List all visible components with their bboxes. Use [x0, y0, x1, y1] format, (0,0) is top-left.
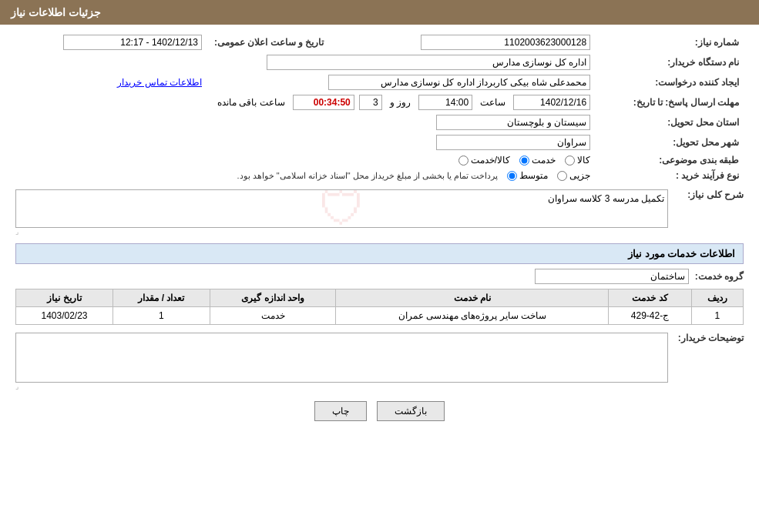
- deadline-row: 1402/12/16 ساعت 14:00 روز و 3 00:34:50 س…: [20, 95, 590, 110]
- col-quantity: تعداد / مقدار: [113, 289, 210, 307]
- category-label: طبقه بندی موضوعی:: [595, 152, 744, 168]
- button-group: بازگشت چاپ: [15, 401, 744, 421]
- requester-label: ایجاد کننده درخواست:: [595, 72, 744, 92]
- table-cell-row: 1: [691, 307, 743, 325]
- print-button[interactable]: چاپ: [314, 401, 367, 421]
- deadline-days: 3: [359, 95, 382, 110]
- need-number-display: 1102003623000128: [421, 35, 590, 50]
- service-group-label: گروه خدمت:: [695, 271, 744, 282]
- purchase-motevaset-radio[interactable]: [507, 171, 517, 181]
- need-desc-container: 🛡 🛡 تکمیل مدرسه 3 کلاسه سراوان ⌟: [15, 189, 668, 236]
- deadline-label: مهلت ارسال پاسخ: تا تاریخ:: [595, 92, 744, 112]
- services-table-header-row: ردیف کد خدمت نام خدمت واحد اندازه گیری ت…: [16, 289, 744, 307]
- purchase-type-label: نوع فرآیند خرید :: [595, 168, 744, 183]
- category-khedmat-radio[interactable]: [519, 156, 529, 166]
- category-kala-khedmat-radio[interactable]: [458, 156, 468, 166]
- category-option-kala: کالا: [565, 155, 590, 166]
- deadline-date: 1402/12/16: [513, 95, 590, 110]
- purchase-type-motevaset: متوسط: [507, 170, 548, 181]
- city-value: سراوان: [436, 135, 590, 150]
- back-button[interactable]: بازگشت: [377, 401, 445, 421]
- need-desc-section: شرح کلی نیاز: 🛡 🛡 تکمیل مدرسه 3 کلاسه سر…: [15, 189, 744, 236]
- content-area: شماره نیاز: 1102003623000128 تاریخ و ساع…: [0, 25, 759, 437]
- deadline-time: 14:00: [418, 95, 472, 110]
- row-province: استان محل تحویل: سیستان و بلوچستان: [15, 112, 744, 132]
- buyer-org-value: اداره کل نوسازی مدارس: [267, 55, 590, 70]
- resize-indicator: ⌟: [15, 228, 668, 236]
- purchase-jozei-radio[interactable]: [557, 171, 567, 181]
- col-unit: واحد اندازه گیری: [210, 289, 335, 307]
- notes-resize-indicator: ⌟: [15, 383, 668, 390]
- table-cell-unit: خدمت: [210, 307, 335, 325]
- services-table: ردیف کد خدمت نام خدمت واحد اندازه گیری ت…: [15, 289, 744, 325]
- buyer-notes-section: توضیحات خریدار: ⌟: [15, 333, 744, 390]
- category-kala-khedmat-label: کالا/خدمت: [471, 155, 510, 166]
- table-cell-date: 1403/02/23: [16, 307, 113, 325]
- deadline-remaining: 00:34:50: [293, 95, 354, 110]
- service-group-row: گروه خدمت: ساختمان: [15, 269, 744, 284]
- buyer-org-label: نام دستگاه خریدار:: [595, 52, 744, 72]
- main-info-table: شماره نیاز: 1102003623000128 تاریخ و ساع…: [15, 32, 744, 183]
- row-requester: ایجاد کننده درخواست: محمدعلی شاه بیکی کا…: [15, 72, 744, 92]
- deadline-days-label: روز و: [390, 97, 411, 108]
- row-need-number: شماره نیاز: 1102003623000128 تاریخ و ساع…: [15, 32, 744, 52]
- purchase-type-row: جزیی متوسط پرداخت تمام یا بخشی از مبلغ خ…: [20, 170, 590, 181]
- need-desc-label: شرح کلی نیاز:: [674, 189, 744, 200]
- services-table-head: ردیف کد خدمت نام خدمت واحد اندازه گیری ت…: [16, 289, 744, 307]
- col-code: کد خدمت: [609, 289, 692, 307]
- table-cell-name: ساخت سایر پروژه‌های مهندسی عمران: [336, 307, 609, 325]
- province-label: استان محل تحویل:: [595, 112, 744, 132]
- table-row: 1ج-42-429ساخت سایر پروژه‌های مهندسی عمرا…: [16, 307, 744, 325]
- deadline-remaining-label: ساعت باقی مانده: [217, 97, 285, 108]
- contact-link[interactable]: اطلاعات تماس خریدار: [117, 77, 202, 88]
- table-cell-code: ج-42-429: [609, 307, 692, 325]
- need-desc-box: 🛡 🛡 تکمیل مدرسه 3 کلاسه سراوان: [15, 189, 668, 228]
- row-purchase-type: نوع فرآیند خرید : جزیی متوسط پرداخت تمام…: [15, 168, 744, 183]
- need-desc-value: تکمیل مدرسه 3 کلاسه سراوان: [548, 193, 664, 204]
- announce-date-value: 1402/12/13 - 12:17: [15, 32, 207, 52]
- purchase-type-jozei: جزیی: [557, 170, 590, 181]
- buyer-notes-container: ⌟: [15, 333, 668, 390]
- row-city: شهر محل تحویل: سراوان: [15, 132, 744, 152]
- table-cell-quantity: 1: [113, 307, 210, 325]
- purchase-type-note: پرداخت تمام یا بخشی از مبلغ خریداز محل "…: [237, 171, 499, 181]
- category-option-kala-khedmat: کالا/خدمت: [458, 155, 510, 166]
- col-row: ردیف: [691, 289, 743, 307]
- announce-date-display: 1402/12/13 - 12:17: [63, 35, 202, 50]
- row-deadline: مهلت ارسال پاسخ: تا تاریخ: 1402/12/16 سا…: [15, 92, 744, 112]
- category-kala-radio[interactable]: [565, 156, 575, 166]
- row-buyer-org: نام دستگاه خریدار: اداره کل نوسازی مدارس: [15, 52, 744, 72]
- page-title: جزئیات اطلاعات نیاز: [11, 6, 101, 18]
- row-category: طبقه بندی موضوعی: کالا خدمت کالا/خدمت: [15, 152, 744, 168]
- page-wrapper: جزئیات اطلاعات نیاز شماره نیاز: 11020036…: [0, 0, 759, 532]
- requester-value: محمدعلی شاه بیکی کاربرداز اداره کل نوساز…: [328, 75, 590, 90]
- purchase-jozei-label: جزیی: [569, 170, 590, 181]
- col-name: نام خدمت: [336, 289, 609, 307]
- city-label: شهر محل تحویل:: [595, 132, 744, 152]
- buyer-notes-label: توضیحات خریدار:: [674, 333, 744, 343]
- category-kala-label: کالا: [577, 155, 590, 166]
- category-radio-group: کالا خدمت کالا/خدمت: [458, 155, 590, 166]
- svg-text:🛡: 🛡: [319, 189, 365, 228]
- announce-date-label: تاریخ و ساعت اعلان عمومی:: [207, 32, 364, 52]
- need-number-label: شماره نیاز:: [595, 32, 744, 52]
- category-option-khedmat: خدمت: [519, 155, 556, 166]
- category-khedmat-label: خدمت: [532, 155, 556, 166]
- page-header: جزئیات اطلاعات نیاز: [0, 0, 759, 25]
- need-number-value: 1102003623000128: [364, 32, 596, 52]
- buyer-notes-box: [15, 333, 668, 383]
- services-section-title: اطلاعات خدمات مورد نیاز: [15, 243, 744, 264]
- services-table-body: 1ج-42-429ساخت سایر پروژه‌های مهندسی عمرا…: [16, 307, 744, 325]
- col-date: تاریخ نیاز: [16, 289, 113, 307]
- deadline-time-label: ساعت: [480, 97, 505, 108]
- watermark-logo: 🛡: [304, 189, 381, 228]
- service-group-value: ساختمان: [535, 269, 689, 284]
- province-value: سیستان و بلوچستان: [436, 115, 590, 130]
- purchase-motevaset-label: متوسط: [519, 170, 548, 181]
